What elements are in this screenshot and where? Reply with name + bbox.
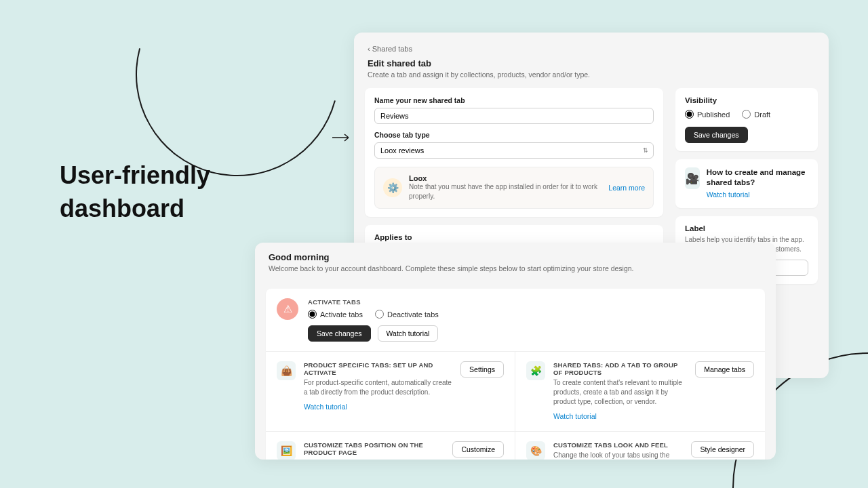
- greeting-subtitle: Welcome back to your account dashboard. …: [269, 264, 762, 272]
- name-label: Name your new shared tab: [374, 96, 654, 104]
- deactivate-tabs-radio[interactable]: Deactivate tabs: [375, 310, 439, 319]
- video-icon: 🎥: [685, 167, 700, 189]
- chevron-left-icon: ‹: [368, 45, 370, 53]
- page-subtitle: Create a tab and assign it by collection…: [368, 70, 815, 79]
- loox-info-box: ⚙️ Loox Note that you must have the app …: [374, 167, 654, 209]
- cell-title: PRODUCT SPECIFIC TABS: SET UP AND ACTIVA…: [304, 361, 452, 376]
- onboarding-cell: 🖼️ CUSTOMIZE TABS POSITION ON THE PRODUC…: [266, 431, 515, 460]
- arrow-icon: [332, 132, 353, 140]
- cell-watch-link[interactable]: Watch tutorial: [304, 403, 347, 411]
- dashboard-greeting-panel: Good morning Welcome back to your accoun…: [255, 243, 776, 460]
- visibility-title: Visibility: [685, 96, 808, 104]
- onboarding-cell: 🧩 SHARED TABS: ADD A TAB TO GROUP OF PRO…: [515, 352, 765, 431]
- label-title: Label: [685, 224, 808, 232]
- cell-action-button[interactable]: Settings: [460, 361, 504, 378]
- gear-icon: ⚙️: [383, 178, 402, 197]
- tutorial-title: How to create and manage shared tabs?: [707, 167, 808, 188]
- cell-icon: 👜: [277, 361, 296, 380]
- activate-save-button[interactable]: Save changes: [308, 325, 371, 342]
- hero-headline: User-friendly dashboard: [60, 159, 210, 225]
- info-title: Loox: [409, 174, 601, 182]
- back-link-label: Shared tabs: [372, 45, 412, 53]
- tutorial-card: 🎥 How to create and manage shared tabs? …: [675, 159, 818, 208]
- draft-radio[interactable]: Draft: [742, 110, 770, 119]
- watch-tutorial-link[interactable]: Watch tutorial: [707, 190, 750, 199]
- type-label: Choose tab type: [374, 131, 654, 139]
- tab-definition-card: Name your new shared tab Choose tab type…: [365, 88, 663, 217]
- published-radio[interactable]: Published: [685, 110, 730, 119]
- tab-name-input[interactable]: [374, 108, 654, 124]
- learn-more-link[interactable]: Learn more: [608, 184, 645, 192]
- applies-to-title: Applies to: [374, 233, 654, 241]
- cell-action-button[interactable]: Style designer: [691, 441, 754, 458]
- cell-watch-link[interactable]: Watch tutorial: [553, 412, 597, 420]
- visibility-card: Visibility Published Draft Save changes: [675, 88, 818, 151]
- activate-caps: ACTIVATE TABS: [308, 298, 754, 306]
- activate-watch-button[interactable]: Watch tutorial: [378, 325, 439, 342]
- tab-type-select[interactable]: [374, 142, 654, 159]
- back-link[interactable]: ‹ Shared tabs: [368, 45, 412, 53]
- onboarding-cell: 🎨 CUSTOMIZE TABS LOOK AND FEEL Change th…: [515, 431, 765, 460]
- onboarding-cell: 👜 PRODUCT SPECIFIC TABS: SET UP AND ACTI…: [266, 352, 515, 431]
- cell-action-button[interactable]: Manage tabs: [695, 361, 754, 378]
- greeting-title: Good morning: [269, 252, 762, 262]
- onboarding-card: ⚠ ACTIVATE TABS Activate tabs Deactivate…: [266, 289, 765, 460]
- cell-icon: 🎨: [526, 441, 545, 460]
- cell-title: CUSTOMIZE TABS POSITION ON THE PRODUCT P…: [304, 441, 444, 456]
- cell-desc: For product-specific content, automatica…: [304, 378, 452, 397]
- info-text: Note that you must have the app installe…: [409, 182, 601, 201]
- activate-tabs-radio[interactable]: Activate tabs: [308, 310, 363, 319]
- cell-title: SHARED TABS: ADD A TAB TO GROUP OF PRODU…: [553, 361, 687, 376]
- alert-icon: ⚠: [277, 298, 298, 320]
- cell-desc: Change tabs position on a product page b…: [304, 458, 444, 460]
- page-title: Edit shared tab: [368, 58, 815, 68]
- save-changes-button[interactable]: Save changes: [685, 127, 748, 143]
- cell-icon: 🖼️: [277, 441, 296, 460]
- cell-desc: To create content that's relevant to mul…: [553, 378, 687, 407]
- cell-title: CUSTOMIZE TABS LOOK AND FEEL: [553, 441, 683, 449]
- cell-desc: Change the look of your tabs using the s…: [553, 451, 683, 460]
- cell-action-button[interactable]: Customize: [452, 441, 504, 458]
- cell-icon: 🧩: [526, 361, 545, 380]
